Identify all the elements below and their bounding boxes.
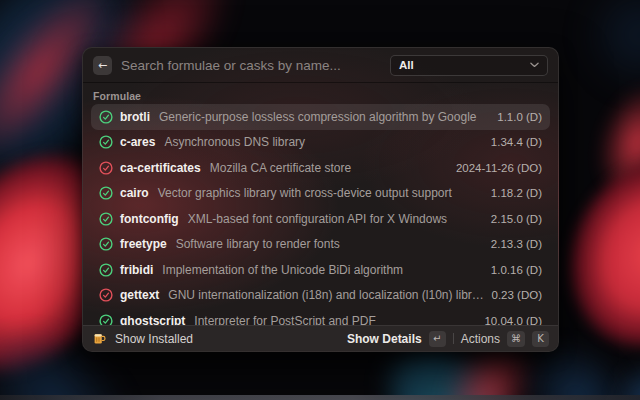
formula-row[interactable]: brotli Generic-purpose lossless compress… — [91, 104, 550, 130]
search-topbar: ← All — [83, 48, 558, 83]
formula-row[interactable]: freetype Software library to render font… — [91, 232, 550, 258]
actions-button[interactable]: Actions ⌘ K — [461, 331, 549, 347]
status-check-icon — [99, 314, 113, 325]
formula-description: XML-based font configuration API for X W… — [186, 212, 484, 226]
formula-row[interactable]: ca-certificates Mozilla CA certificate s… — [91, 155, 550, 181]
wallpaper-shape — [571, 320, 640, 400]
show-details-label: Show Details — [347, 332, 422, 346]
footer-actions: Show Details ↵ Actions ⌘ K — [347, 331, 549, 347]
status-check-icon — [99, 237, 113, 251]
section-header-formulae: Formulae — [83, 83, 558, 104]
formula-name: fribidi — [120, 263, 153, 277]
status-check-icon — [99, 288, 113, 302]
formula-name: freetype — [120, 237, 167, 251]
formulae-list: brotli Generic-purpose lossless compress… — [83, 104, 558, 325]
show-installed-label[interactable]: Show Installed — [115, 332, 193, 346]
formula-description: Implementation of the Unicode BiDi algor… — [160, 263, 484, 277]
footer-divider — [453, 333, 454, 344]
action-bar: Show Installed Show Details ↵ Actions ⌘ … — [83, 325, 558, 351]
formula-version: 1.1.0 (D) — [497, 111, 542, 123]
filter-dropdown[interactable]: All — [390, 55, 548, 76]
homebrew-mug-icon — [92, 331, 107, 346]
actions-label: Actions — [461, 332, 500, 346]
wallpaper-shape — [559, 42, 640, 242]
wallpaper-shape — [555, 0, 640, 120]
back-button[interactable]: ← — [93, 56, 112, 75]
status-check-icon — [99, 110, 113, 124]
filter-dropdown-value: All — [399, 59, 524, 71]
status-check-icon — [99, 186, 113, 200]
search-panel: ← All Formulae brotli Generic-purpose lo… — [82, 47, 559, 352]
status-check-icon — [99, 161, 113, 175]
status-check-icon — [99, 135, 113, 149]
formula-version: 1.0.16 (D) — [491, 264, 542, 276]
formula-description: Software library to render fonts — [174, 237, 484, 251]
back-arrow-icon: ← — [98, 60, 107, 71]
formula-description: Mozilla CA certificate store — [208, 161, 449, 175]
formula-version: 10.04.0 (D) — [484, 315, 542, 325]
show-details-button[interactable]: Show Details ↵ — [347, 331, 446, 347]
formula-description: Vector graphics library with cross-devic… — [156, 186, 484, 200]
k-key-icon: K — [532, 331, 549, 347]
search-input[interactable] — [121, 58, 381, 73]
formula-row[interactable]: ghostscript Interpreter for PostScript a… — [91, 308, 550, 325]
formula-version: 2.15.0 (D) — [491, 213, 542, 225]
formula-description: Generic-purpose lossless compression alg… — [157, 110, 490, 124]
formula-description: Interpreter for PostScript and PDF — [192, 314, 477, 325]
command-key-icon: ⌘ — [507, 331, 525, 347]
formula-name: gettext — [120, 288, 159, 302]
formula-version: 0.23 (DO) — [492, 289, 543, 301]
formula-name: brotli — [120, 110, 150, 124]
formula-description: GNU internationalization (i18n) and loca… — [166, 288, 484, 302]
formula-row[interactable]: gettext GNU internationalization (i18n) … — [91, 283, 550, 309]
formula-row[interactable]: c-ares Asynchronous DNS library 1.34.4 (… — [91, 130, 550, 156]
formula-name: fontconfig — [120, 212, 179, 226]
formula-name: ca-certificates — [120, 161, 201, 175]
formula-version: 1.34.4 (D) — [491, 136, 542, 148]
formula-row[interactable]: fontconfig XML-based font configuration … — [91, 206, 550, 232]
formula-version: 2.13.3 (D) — [491, 238, 542, 250]
formula-name: c-ares — [120, 135, 155, 149]
chevron-down-icon — [530, 62, 539, 68]
formula-version: 1.18.2 (D) — [491, 187, 542, 199]
formula-row[interactable]: cairo Vector graphics library with cross… — [91, 181, 550, 207]
status-check-icon — [99, 263, 113, 277]
formula-description: Asynchronous DNS library — [162, 135, 483, 149]
return-key-icon: ↵ — [429, 331, 446, 347]
formula-version: 2024-11-26 (DO) — [456, 162, 542, 174]
wallpaper-shape — [0, 395, 640, 400]
status-check-icon — [99, 212, 113, 226]
formula-name: ghostscript — [120, 314, 185, 325]
formula-row[interactable]: fribidi Implementation of the Unicode Bi… — [91, 257, 550, 283]
formula-name: cairo — [120, 186, 149, 200]
